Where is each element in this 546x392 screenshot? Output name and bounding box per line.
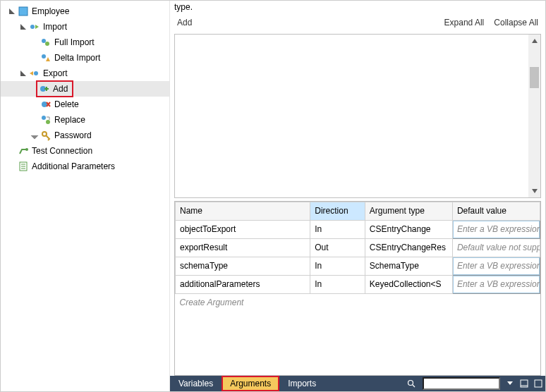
arguments-table: Name Direction Argument type Default val… xyxy=(174,201,541,376)
create-argument-row[interactable]: Create Argument xyxy=(176,293,540,312)
tree-label: Employee xyxy=(32,6,69,16)
dropdown-button[interactable] xyxy=(503,376,517,391)
svg-point-8 xyxy=(42,116,46,120)
svg-point-5 xyxy=(34,71,38,75)
expander-icon[interactable] xyxy=(6,8,18,14)
description-text: type. xyxy=(170,1,545,13)
params-icon xyxy=(18,161,29,172)
expander-icon[interactable] xyxy=(18,71,29,76)
tree-node-full-import[interactable]: Full Import xyxy=(1,35,169,50)
expander-icon[interactable] xyxy=(18,24,29,30)
svg-point-4 xyxy=(42,54,46,59)
svg-point-13 xyxy=(408,381,413,386)
tree-label: Test Connection xyxy=(32,146,92,156)
replace-icon xyxy=(40,114,51,125)
tree-label: Export xyxy=(43,68,68,78)
cell-direction[interactable]: In xyxy=(310,275,365,293)
tree-node-password[interactable]: Password xyxy=(1,128,169,143)
vertical-scrollbar[interactable] xyxy=(528,35,540,197)
tab-imports[interactable]: Imports xyxy=(279,376,324,391)
cell-name[interactable]: objectToExport xyxy=(176,220,310,238)
table-row[interactable]: schemaType In SchemaType Enter a VB expr… xyxy=(176,257,540,275)
add-action[interactable]: Add xyxy=(177,18,192,27)
cell-default[interactable]: Enter a VB expression xyxy=(452,257,540,275)
cell-direction[interactable]: In xyxy=(310,257,365,275)
cell-argtype[interactable]: CSEntryChange xyxy=(365,220,452,238)
scroll-thumb[interactable] xyxy=(530,67,539,88)
right-panel: type. Add Expand All Collapse All Name D… xyxy=(170,1,545,391)
cell-direction[interactable]: Out xyxy=(310,238,365,257)
tree-label: Delta Import xyxy=(54,53,100,63)
cell-name[interactable]: exportResult xyxy=(176,238,310,257)
col-direction[interactable]: Direction xyxy=(310,202,365,220)
tree-node-import[interactable]: Import xyxy=(1,19,169,35)
action-bar: Add Expand All Collapse All xyxy=(170,13,545,34)
import-icon xyxy=(29,21,40,32)
test-connection-icon xyxy=(18,145,29,157)
tree-node-export[interactable]: Export xyxy=(1,66,169,81)
tree-panel: Employee Import Full Import Delta Import… xyxy=(1,1,170,391)
tree-node-replace[interactable]: Replace xyxy=(1,112,169,128)
tree-label: Password xyxy=(54,130,92,140)
cell-argtype[interactable]: SchemaType xyxy=(365,257,452,275)
export-icon xyxy=(29,68,40,79)
scroll-down-icon[interactable] xyxy=(528,185,540,197)
table-header-row: Name Direction Argument type Default val… xyxy=(176,202,540,220)
table-row[interactable]: additionalParameters In KeyedCollection<… xyxy=(176,275,540,293)
tab-variables[interactable]: Variables xyxy=(170,376,222,391)
cell-argtype[interactable]: KeyedCollection<S xyxy=(365,275,452,293)
col-default[interactable]: Default value xyxy=(452,202,540,220)
tree-label: Import xyxy=(43,22,67,32)
create-argument-label[interactable]: Create Argument xyxy=(176,293,540,312)
tree-label: Delete xyxy=(54,99,79,109)
tree-label: Replace xyxy=(54,115,85,125)
collapse-all-action[interactable]: Collapse All xyxy=(494,18,538,27)
tree-label: Full Import xyxy=(54,37,95,47)
search-icon[interactable] xyxy=(403,376,420,391)
col-name[interactable]: Name xyxy=(176,202,310,220)
tree-label: Add xyxy=(53,84,68,94)
expander-icon[interactable] xyxy=(29,133,40,138)
cell-name[interactable]: schemaType xyxy=(176,257,310,275)
svg-point-3 xyxy=(45,42,49,46)
expand-all-action[interactable]: Expand All xyxy=(444,18,485,27)
highlight-box: Add xyxy=(36,80,73,97)
tree-label: Additional Parameters xyxy=(32,161,115,171)
entity-icon xyxy=(18,6,29,17)
table-row[interactable]: objectToExport In CSEntryChange Enter a … xyxy=(176,220,540,238)
table-row[interactable]: exportResult Out CSEntryChangeRes Defaul… xyxy=(176,238,540,257)
add-icon xyxy=(39,83,50,94)
svg-point-1 xyxy=(30,25,35,29)
tree-node-delta-import[interactable]: Delta Import xyxy=(1,50,169,66)
svg-point-9 xyxy=(46,120,50,124)
cell-default[interactable]: Enter a VB expression xyxy=(452,220,540,238)
table-blank-area xyxy=(175,312,540,375)
expand-panel-button[interactable] xyxy=(517,376,531,391)
svg-rect-0 xyxy=(19,7,28,16)
scroll-up-icon[interactable] xyxy=(528,35,540,47)
password-icon xyxy=(40,130,51,141)
tree-node-test-connection[interactable]: Test Connection xyxy=(1,143,169,159)
svg-point-11 xyxy=(25,148,28,151)
cell-default[interactable]: Default value not suppor xyxy=(452,238,540,257)
cell-default[interactable]: Enter a VB expression xyxy=(452,275,540,293)
svg-rect-15 xyxy=(535,380,542,387)
tree-node-additional-params[interactable]: Additional Parameters xyxy=(1,159,169,174)
col-argtype[interactable]: Argument type xyxy=(365,202,452,220)
tab-arguments[interactable]: Arguments xyxy=(222,376,279,391)
tree-node-delete[interactable]: Delete xyxy=(1,97,169,112)
designer-canvas[interactable] xyxy=(174,34,541,198)
bottom-bar: Variables Arguments Imports xyxy=(170,376,545,391)
cell-direction[interactable]: In xyxy=(310,220,365,238)
delta-import-icon xyxy=(40,52,51,63)
svg-point-2 xyxy=(42,39,46,43)
maximize-panel-button[interactable] xyxy=(531,376,545,391)
tree-node-add[interactable]: Add xyxy=(1,81,169,97)
tree-node-employee[interactable]: Employee xyxy=(1,4,169,19)
search-input[interactable] xyxy=(423,377,500,390)
delete-icon xyxy=(40,99,51,110)
cell-name[interactable]: additionalParameters xyxy=(176,275,310,293)
full-import-icon xyxy=(40,37,51,48)
cell-argtype[interactable]: CSEntryChangeRes xyxy=(365,238,452,257)
